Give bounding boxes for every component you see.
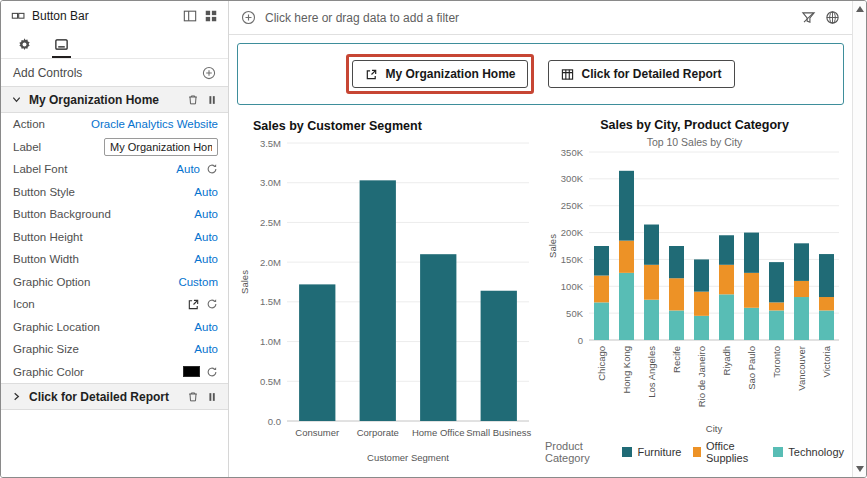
add-controls-label: Add Controls [13,66,202,80]
svg-text:Vancouver: Vancouver [795,346,806,391]
reset-icon[interactable] [206,163,218,175]
graphic-location-value[interactable]: Auto [194,321,218,333]
tab-button-properties[interactable] [52,35,71,58]
reset-icon[interactable] [206,366,218,378]
dashboard-canvas: My Organization Home Click for Detailed … [229,35,852,477]
button-bar-visualization[interactable]: My Organization Home Click for Detailed … [237,43,844,105]
drag-grip-icon[interactable] [206,391,218,403]
drag-grip-icon[interactable] [206,94,218,106]
svg-text:Home Office: Home Office [412,427,465,438]
table-icon [561,68,574,81]
sales-by-segment-chart[interactable]: 0.00.5M1.0M1.5M2.0M2.5M3.0M3.5MConsumerC… [237,135,539,467]
sales-by-city-viz[interactable]: Sales by City, Product Category Top 10 S… [545,109,844,471]
svg-text:Corporate: Corporate [357,427,399,438]
prop-label: Button Height [13,231,194,243]
my-organization-home-button[interactable]: My Organization Home [352,60,528,88]
scroll-down-arrow[interactable] [856,466,864,472]
chart-subtitle: Top 10 Sales by City [647,136,743,148]
trash-icon[interactable] [187,391,199,403]
chart-title: Sales by City, Product Category [600,118,789,132]
filter-bar[interactable]: Click here or drag data to add a filter [229,1,852,35]
legend-item[interactable]: Technology [773,446,844,458]
globe-icon[interactable] [825,10,840,25]
button-background-value[interactable]: Auto [194,208,218,220]
add-controls-row[interactable]: Add Controls [1,59,228,86]
tab-general-settings[interactable] [15,35,34,58]
legend-label: Office Supplies [706,440,761,464]
button-bar-icon [11,9,25,23]
filter-options-icon[interactable] [801,10,816,25]
label-input[interactable] [104,138,218,156]
scroll-up-arrow[interactable] [856,6,864,12]
svg-text:300K: 300K [560,173,583,184]
sales-by-city-chart[interactable]: 050K100K150K200K250K300K350KChicagoHong … [545,148,845,438]
legend-swatch [773,447,783,457]
svg-text:200K: 200K [560,227,583,238]
sales-by-segment-viz[interactable]: Sales by Customer Segment 0.00.5M1.0M1.5… [237,109,545,471]
svg-text:50K: 50K [566,308,584,319]
legend-swatch [693,447,701,457]
svg-text:1.5M: 1.5M [260,296,281,307]
legend-item[interactable]: Furniture [622,446,681,458]
add-filter-plus-icon[interactable] [241,10,256,25]
prop-row-graphic-size: Graphic Size Auto [1,338,228,361]
legend-label: Furniture [637,446,681,458]
button-label: My Organization Home [385,67,515,81]
button-style-value[interactable]: Auto [194,186,218,198]
graphic-option-value[interactable]: Custom [178,276,218,288]
property-list: Action Oracle Analytics Website Label La… [1,113,228,383]
svg-text:Small Business: Small Business [466,427,531,438]
prop-label: Graphic Size [13,343,194,355]
prop-label: Graphic Location [13,321,194,333]
graphic-size-value[interactable]: Auto [194,343,218,355]
chart-legend: Product Category FurnitureOffice Supplie… [545,440,844,464]
button-height-value[interactable]: Auto [194,231,218,243]
color-swatch[interactable] [183,366,200,377]
svg-text:Hong Kong: Hong Kong [620,346,631,394]
svg-text:100K: 100K [560,281,583,292]
svg-text:0.0: 0.0 [268,416,281,427]
svg-text:1.0M: 1.0M [260,336,281,347]
add-control-plus-icon[interactable] [202,66,216,80]
layout-toggle-icon[interactable] [183,9,197,23]
svg-text:Riyadh: Riyadh [720,346,731,376]
red-annotation-box: My Organization Home [346,54,534,94]
svg-text:350K: 350K [560,148,583,158]
svg-text:Consumer: Consumer [295,427,339,438]
button-width-value[interactable]: Auto [194,253,218,265]
vertical-scrollbar[interactable] [852,1,866,477]
prop-row-graphic-option: Graphic Option Custom [1,271,228,294]
legend-swatch [622,447,632,457]
legend-item[interactable]: Office Supplies [693,440,761,464]
svg-text:Toronto: Toronto [770,346,781,378]
reset-icon[interactable] [206,298,218,310]
prop-row-button-width: Button Width Auto [1,248,228,271]
prop-row-label-font: Label Font Auto [1,158,228,181]
section-my-organization-home[interactable]: My Organization Home [1,86,228,113]
chevron-right-icon [11,391,22,402]
prop-row-button-background: Button Background Auto [1,203,228,226]
section-title: My Organization Home [29,93,180,107]
charts-row: Sales by Customer Segment 0.00.5M1.0M1.5… [237,109,844,471]
grid-toggle-icon[interactable] [204,9,218,23]
prop-label: Button Style [13,186,194,198]
prop-row-graphic-color: Graphic Color [1,361,228,384]
prop-label: Button Background [13,208,194,220]
trash-icon[interactable] [187,94,199,106]
svg-text:0.5M: 0.5M [260,376,281,387]
open-in-new-icon [365,68,378,81]
svg-text:0: 0 [577,335,582,346]
svg-text:250K: 250K [560,200,583,211]
legend-title: Product Category [545,440,610,464]
click-for-detailed-report-button[interactable]: Click for Detailed Report [548,60,734,88]
svg-text:Recife: Recife [670,346,681,373]
label-font-value[interactable]: Auto [176,163,200,175]
action-link[interactable]: Oracle Analytics Website [91,118,218,130]
prop-label: Graphic Option [13,276,178,288]
section-click-for-detailed-report[interactable]: Click for Detailed Report [1,383,228,410]
svg-text:Sao Paulo: Sao Paulo [745,346,756,390]
legend-label: Technology [788,446,844,458]
svg-text:City: City [705,423,722,434]
properties-panel: Button Bar Add Controls [1,1,229,477]
open-in-new-icon[interactable] [187,298,200,311]
